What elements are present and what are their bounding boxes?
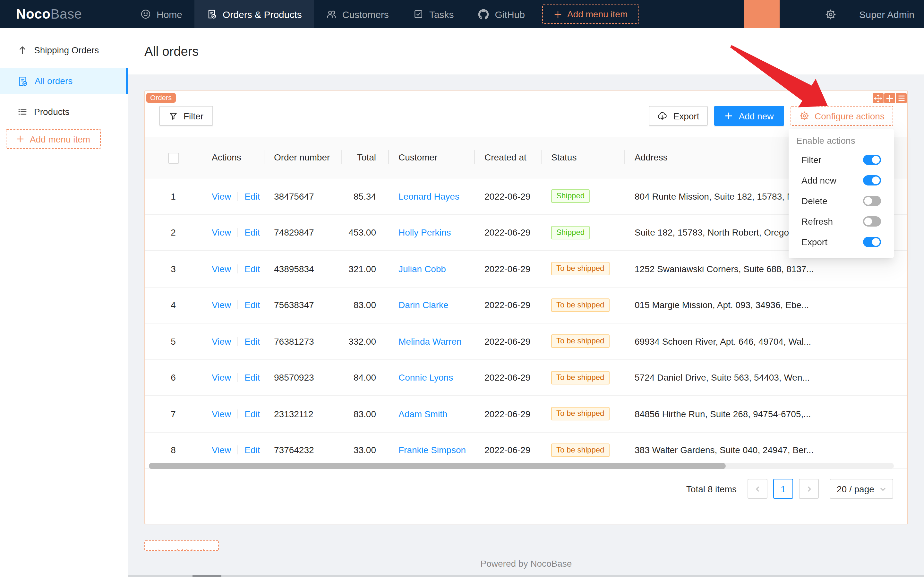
dropdown-items: FilterAdd newDeleteRefreshExport xyxy=(789,150,894,252)
actions-divider xyxy=(237,409,238,419)
page-size-select[interactable]: 20 / page xyxy=(830,479,893,499)
export-button[interactable]: Export xyxy=(649,106,708,126)
cell-order-number: 23132112 xyxy=(264,409,341,419)
edit-link[interactable]: Edit xyxy=(245,445,260,455)
pagination-prev-button[interactable] xyxy=(747,479,768,499)
configure-actions-label: Configure actions xyxy=(815,111,885,121)
sidebar-add-menu-item-button[interactable]: Add menu item xyxy=(6,129,101,149)
add-block-button[interactable]: Add block xyxy=(144,540,219,551)
nav-tab-orders-products[interactable]: Orders & Products xyxy=(195,0,314,28)
enable-action-item-add-new[interactable]: Add new xyxy=(789,170,894,191)
team-icon xyxy=(326,9,336,19)
view-link[interactable]: View xyxy=(212,227,231,238)
switch-knob xyxy=(872,238,880,246)
toggle-switch[interactable] xyxy=(863,216,881,227)
enable-action-item-filter[interactable]: Filter xyxy=(789,150,894,170)
sidebar-item-shipping-orders[interactable]: Shipping Orders xyxy=(0,37,128,63)
designer-drag-icon[interactable] xyxy=(872,93,884,103)
cell-created-at: 2022-06-29 xyxy=(474,191,541,201)
cell-customer: Leonard Hayes xyxy=(388,191,474,201)
enable-action-item-export[interactable]: Export xyxy=(789,232,894,252)
export-button-label: Export xyxy=(673,111,699,121)
edit-link[interactable]: Edit xyxy=(245,336,260,347)
enable-action-item-delete[interactable]: Delete xyxy=(789,191,894,211)
designer-add-icon[interactable] xyxy=(884,93,895,103)
cell-total: 85.34 xyxy=(341,191,388,201)
gear-icon xyxy=(799,111,809,121)
edit-link[interactable]: Edit xyxy=(245,191,260,201)
row-index: 2 xyxy=(145,227,201,238)
edit-link[interactable]: Edit xyxy=(245,409,260,419)
customer-link[interactable]: Darin Clarke xyxy=(398,300,449,310)
nocobase-app: NocoBase HomeOrders & ProductsCustomersT… xyxy=(0,0,924,577)
sidebar-item-products[interactable]: Products xyxy=(0,99,128,124)
customer-link[interactable]: Frankie Simpson xyxy=(398,445,466,455)
status-badge: To be shipped xyxy=(551,407,609,421)
customer-link[interactable]: Connie Lyons xyxy=(398,372,453,383)
cell-order-number: 74829847 xyxy=(264,227,341,238)
toggle-switch[interactable] xyxy=(863,196,881,206)
view-link[interactable]: View xyxy=(212,300,231,310)
cell-created-at: 2022-06-29 xyxy=(474,372,541,383)
pagination: Total 8 items 1 20 / page xyxy=(686,479,893,499)
user-menu[interactable]: Super Admin xyxy=(848,0,924,28)
row-index: 8 xyxy=(145,445,201,455)
cell-created-at: 2022-06-29 xyxy=(474,300,541,310)
pagination-page-1[interactable]: 1 xyxy=(773,479,793,499)
edit-link[interactable]: Edit xyxy=(245,227,260,238)
toggle-switch[interactable] xyxy=(863,237,881,247)
logo[interactable]: NocoBase xyxy=(0,0,128,28)
customer-link[interactable]: Holly Perkins xyxy=(398,227,451,238)
add-new-button[interactable]: Add new xyxy=(714,106,784,126)
plugins-button[interactable] xyxy=(780,0,814,28)
select-all-checkbox[interactable] xyxy=(168,153,179,164)
column-header-customer: Customer xyxy=(388,150,474,164)
settings-button[interactable] xyxy=(814,0,848,28)
nav-tab-github[interactable]: GitHub xyxy=(466,0,537,28)
toggle-switch[interactable] xyxy=(863,155,881,165)
nav-tab-home[interactable]: Home xyxy=(128,0,195,28)
row-actions: ViewEdit xyxy=(201,191,264,201)
sidebar-add-menu-item-label: Add menu item xyxy=(30,134,90,144)
enable-action-item-refresh[interactable]: Refresh xyxy=(789,211,894,232)
customer-link[interactable]: Julian Cobb xyxy=(398,264,446,274)
table-horizontal-scrollbar[interactable] xyxy=(149,463,894,469)
customer-link[interactable]: Leonard Hayes xyxy=(398,191,459,201)
customer-link[interactable]: Melinda Warren xyxy=(398,336,462,347)
designer-menu-icon[interactable] xyxy=(896,93,907,103)
sidebar-item-all-orders[interactable]: All orders xyxy=(0,68,128,94)
actions-divider xyxy=(237,446,238,455)
cell-created-at: 2022-06-29 xyxy=(474,445,541,455)
ui-editor-button[interactable] xyxy=(744,0,780,28)
nav-tab-tasks[interactable]: Tasks xyxy=(401,0,466,28)
status-badge: To be shipped xyxy=(551,262,609,276)
view-link[interactable]: View xyxy=(212,372,231,383)
nav-add-menu-item-button[interactable]: Add menu item xyxy=(542,5,639,24)
filter-button[interactable]: Filter xyxy=(159,106,213,126)
footer-text: Powered by NocoBase xyxy=(128,558,924,569)
cell-address: 69934 Schoen River, Apt. 646, 49704, Wal… xyxy=(625,336,907,347)
nav-tab-label: Tasks xyxy=(429,9,454,19)
table-row: 4ViewEdit7563834783.00Darin Clarke2022-0… xyxy=(145,287,907,324)
page-horizontal-scrollbar[interactable] xyxy=(0,575,924,577)
view-link[interactable]: View xyxy=(212,264,231,274)
list-icon xyxy=(17,106,27,117)
view-link[interactable]: View xyxy=(212,445,231,455)
edit-link[interactable]: Edit xyxy=(245,300,260,310)
chevron-right-icon xyxy=(806,485,812,492)
cell-customer: Melinda Warren xyxy=(388,336,474,347)
row-actions: ViewEdit xyxy=(201,409,264,419)
nav-tab-label: Orders & Products xyxy=(223,9,302,19)
nav-tab-customers[interactable]: Customers xyxy=(314,0,401,28)
scrollbar-thumb[interactable] xyxy=(149,463,726,469)
customer-link[interactable]: Adam Smith xyxy=(398,409,448,419)
edit-link[interactable]: Edit xyxy=(245,372,260,383)
toggle-switch[interactable] xyxy=(863,175,881,185)
view-link[interactable]: View xyxy=(212,409,231,419)
view-link[interactable]: View xyxy=(212,336,231,347)
view-link[interactable]: View xyxy=(212,191,231,201)
edit-link[interactable]: Edit xyxy=(245,264,260,274)
pagination-next-button[interactable] xyxy=(799,479,819,499)
plus-icon xyxy=(725,112,733,120)
configure-actions-button[interactable]: Configure actions xyxy=(790,106,893,126)
